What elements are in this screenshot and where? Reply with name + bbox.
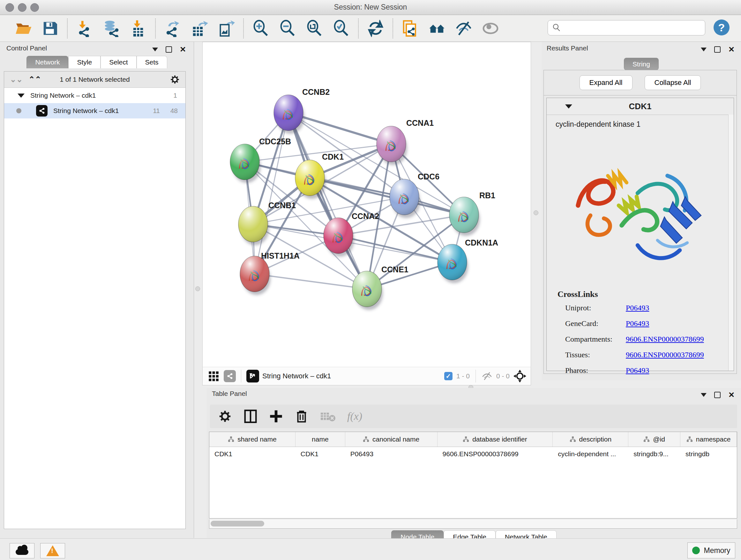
- network-row[interactable]: String Network – cdk1 11 48: [4, 103, 185, 118]
- node-label-CCNB1: CCNB1: [268, 201, 296, 210]
- birds-eye-view-icon[interactable]: [246, 370, 259, 382]
- column-header-description[interactable]: description: [553, 432, 628, 447]
- network-node-CCNA1[interactable]: [377, 126, 407, 165]
- tab-string[interactable]: String: [624, 58, 659, 70]
- expand-all-button[interactable]: Expand All: [580, 75, 632, 90]
- network-view-icon[interactable]: [224, 370, 236, 382]
- results-panel-title: Results Panel: [547, 44, 588, 52]
- crosslink-link[interactable]: P06493: [626, 304, 649, 312]
- import-table-icon[interactable]: [129, 19, 147, 38]
- delete-column-icon[interactable]: [294, 409, 309, 424]
- tab-style[interactable]: Style: [68, 56, 100, 68]
- gear-icon[interactable]: [170, 74, 180, 85]
- network-node-CCNB2[interactable]: [274, 95, 305, 134]
- zoom-out-icon[interactable]: [278, 19, 297, 38]
- network-node-CCNA2[interactable]: [324, 218, 354, 257]
- export-table-icon[interactable]: [190, 19, 209, 38]
- zoom-in-icon[interactable]: [252, 19, 270, 38]
- tab-sets[interactable]: Sets: [137, 56, 167, 68]
- gene-expander-icon[interactable]: [565, 105, 572, 109]
- table-cell[interactable]: stringdb:9...: [628, 447, 680, 461]
- node-label-CCNB2: CCNB2: [302, 87, 330, 97]
- delete-table-icon[interactable]: [320, 409, 336, 424]
- column-header-@id[interactable]: @id: [628, 432, 680, 447]
- open-session-icon[interactable]: [14, 19, 32, 38]
- export-image-icon[interactable]: [217, 19, 235, 38]
- scrollbar-thumb[interactable]: [211, 521, 264, 526]
- panel-float-icon[interactable]: [152, 48, 158, 51]
- network-node-HIST1H1A[interactable]: [240, 256, 271, 295]
- zoom-selected-icon[interactable]: [332, 19, 350, 38]
- memory-button[interactable]: Memory: [687, 543, 735, 558]
- results-scrollbar[interactable]: [728, 115, 734, 371]
- tab-network[interactable]: Network: [26, 56, 68, 68]
- import-network-icon[interactable]: [75, 19, 94, 38]
- table-row[interactable]: CDK1CDK1P064939606.ENSP00000378699cyclin…: [209, 447, 737, 461]
- function-builder-icon[interactable]: f(x): [347, 410, 362, 422]
- search-field[interactable]: [548, 20, 705, 36]
- splitter-handle[interactable]: [195, 287, 200, 291]
- warnings-button[interactable]: [40, 543, 65, 558]
- collapse-all-button[interactable]: Collapse All: [645, 75, 701, 90]
- duplicate-network-icon[interactable]: [401, 19, 419, 38]
- table-cell[interactable]: P06493: [345, 447, 437, 461]
- table-cell[interactable]: CDK1: [209, 447, 295, 461]
- refresh-icon[interactable]: [366, 19, 385, 38]
- panel-float-icon[interactable]: [701, 48, 706, 51]
- search-input[interactable]: [561, 21, 705, 35]
- network-collection-row[interactable]: String Network – cdk1 1: [4, 88, 185, 103]
- show-columns-icon[interactable]: [243, 409, 258, 424]
- network-node-RB1[interactable]: [449, 197, 480, 236]
- panel-close-icon[interactable]: ✕: [728, 47, 735, 52]
- network-node-CDK1[interactable]: [295, 160, 326, 199]
- network-edge[interactable]: [255, 274, 367, 289]
- export-network-icon[interactable]: [163, 19, 182, 38]
- table-cell[interactable]: stringdb: [680, 447, 737, 461]
- fit-content-icon[interactable]: [514, 370, 526, 382]
- network-canvas[interactable]: CCNB2CCNA1CDC25BCDK1CDC6RB1CCNB1CCNA2CDK…: [202, 42, 531, 367]
- crosslink-link[interactable]: P06493: [626, 319, 649, 328]
- help-icon[interactable]: ?: [714, 19, 730, 36]
- crosslink-link[interactable]: P06493: [626, 366, 649, 375]
- table-cell[interactable]: CDK1: [295, 447, 345, 461]
- crosslink-link[interactable]: 9606.ENSP00000378699: [626, 335, 704, 344]
- hidden-counts: 0 - 0: [496, 372, 510, 380]
- column-header-canonical-name[interactable]: canonical name: [345, 432, 437, 447]
- table-horizontal-scrollbar[interactable]: [209, 519, 737, 529]
- network-node-CDC6[interactable]: [390, 179, 420, 218]
- create-column-icon[interactable]: [269, 409, 283, 424]
- network-selection-status: 1 of 1 Network selected: [4, 76, 185, 83]
- panel-maximize-icon[interactable]: [714, 46, 721, 53]
- network-node-CCNB1[interactable]: [239, 206, 269, 245]
- splitter-handle[interactable]: [534, 210, 538, 215]
- column-header-name[interactable]: name: [295, 432, 345, 447]
- crosslink-link[interactable]: 9606.ENSP00000378699: [626, 351, 704, 359]
- column-type-icon: [686, 436, 693, 442]
- column-header-database-identifier[interactable]: database identifier: [437, 432, 553, 447]
- panel-maximize-icon[interactable]: [714, 392, 721, 398]
- network-graph[interactable]: CCNB2CCNA1CDC25BCDK1CDC6RB1CCNB1CCNA2CDK…: [203, 42, 531, 367]
- network-node-CDKN1A[interactable]: [437, 244, 468, 283]
- save-session-icon[interactable]: [41, 19, 59, 38]
- network-edge[interactable]: [288, 113, 367, 289]
- column-header-namespace[interactable]: namespace: [680, 432, 737, 447]
- selected-checkbox-icon[interactable]: ✓: [444, 372, 453, 380]
- grid-view-icon[interactable]: [208, 370, 219, 382]
- cloud-status-button[interactable]: [10, 543, 35, 558]
- first-neighbors-icon[interactable]: [428, 19, 446, 38]
- table-cell[interactable]: 9606.ENSP00000378699: [437, 447, 553, 461]
- tab-select[interactable]: Select: [100, 56, 136, 68]
- panel-close-icon[interactable]: ✕: [180, 47, 186, 52]
- table-cell[interactable]: cyclin-dependent ...: [553, 447, 628, 461]
- column-header-shared-name[interactable]: shared name: [209, 432, 295, 447]
- panel-float-icon[interactable]: [701, 393, 706, 397]
- zoom-fit-icon[interactable]: [305, 19, 324, 38]
- panel-close-icon[interactable]: ✕: [728, 392, 735, 397]
- show-all-icon[interactable]: [481, 19, 500, 38]
- hide-selected-icon[interactable]: [455, 19, 473, 38]
- import-database-icon[interactable]: [102, 19, 121, 38]
- table-settings-gear-icon[interactable]: [218, 409, 232, 424]
- network-node-CCNE1[interactable]: [352, 271, 383, 310]
- panel-maximize-icon[interactable]: [165, 46, 172, 53]
- tree-expander-icon[interactable]: [17, 94, 24, 98]
